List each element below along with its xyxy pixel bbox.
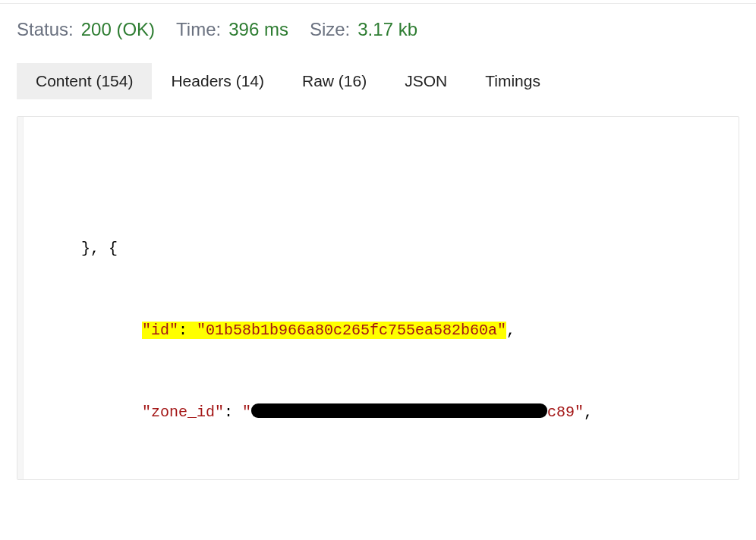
size-label: Size: <box>310 19 350 40</box>
tab-headers[interactable]: Headers (14) <box>152 63 283 99</box>
size-value: 3.17 kb <box>358 19 417 40</box>
status-value: 200 (OK) <box>81 19 155 40</box>
tab-timings[interactable]: Timings <box>466 63 559 99</box>
code-gutter <box>17 117 24 479</box>
size-item: Size: 3.17 kb <box>310 19 417 40</box>
tab-json[interactable]: JSON <box>386 63 466 99</box>
response-body-panel[interactable]: ─── ── ──────────────────────── }, { "id… <box>17 116 739 480</box>
response-tabs: Content (154) Headers (14) Raw (16) JSON… <box>0 54 756 99</box>
json-line-zone-id: "zone_id": "c89", <box>51 399 728 426</box>
time-value: 396 ms <box>228 19 288 40</box>
status-item: Status: 200 (OK) <box>17 19 155 40</box>
response-status-bar: Status: 200 (OK) Time: 396 ms Size: 3.17… <box>0 4 756 54</box>
time-label: Time: <box>176 19 221 40</box>
redacted-zone-id <box>251 403 547 418</box>
tab-raw[interactable]: Raw (16) <box>283 63 386 99</box>
tab-content[interactable]: Content (154) <box>17 63 152 99</box>
status-label: Status: <box>17 19 74 40</box>
json-line-id: "id": "01b58b1b966a80c265fc755ea582b60a"… <box>51 317 728 344</box>
truncated-line: ─── ── ──────────────────────── <box>51 171 728 181</box>
json-line-brace: }, { <box>51 235 728 262</box>
json-content: ─── ── ──────────────────────── }, { "id… <box>17 117 739 480</box>
time-item: Time: 396 ms <box>176 19 288 40</box>
